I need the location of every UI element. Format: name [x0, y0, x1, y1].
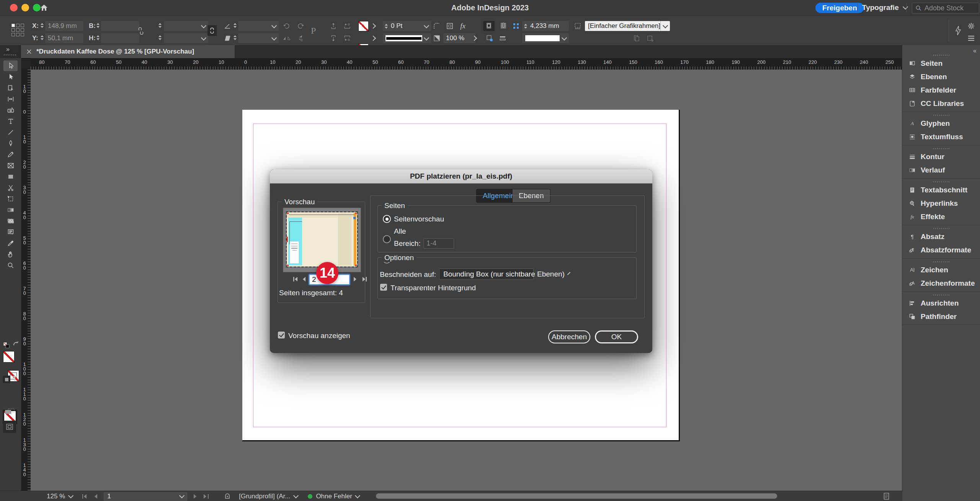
page-fit-icon[interactable]	[884, 493, 889, 500]
panel-item-absatz[interactable]: ¶Absatz	[902, 230, 980, 243]
panel-item-pathfinder[interactable]: Pathfinder	[902, 310, 980, 323]
drop-shadow-icon[interactable]	[485, 33, 495, 43]
stroke-flyout-chevron-icon[interactable]	[371, 33, 376, 43]
scale-x-stepper[interactable]	[158, 21, 162, 29]
object-effects-icon[interactable]	[498, 33, 508, 43]
gradient-feather-tool[interactable]	[3, 216, 18, 226]
panel-group-drag-handle[interactable]	[902, 293, 980, 296]
default-fill-stroke-icon[interactable]	[3, 342, 10, 349]
panel-item-ebenen[interactable]: Ebenen	[902, 70, 980, 83]
corner-options-icon[interactable]	[432, 21, 442, 31]
stock-search-input[interactable]: Adobe Stock	[912, 3, 979, 13]
flip-horizontal-icon[interactable]	[282, 33, 292, 43]
relink-up-icon[interactable]	[328, 21, 338, 31]
frame-tool[interactable]	[3, 160, 18, 171]
export-capture-icon[interactable]	[645, 33, 655, 43]
tools-drag-handle[interactable]	[4, 54, 17, 55]
y-stepper[interactable]	[40, 33, 44, 42]
panel-item-seiten[interactable]: Seiten	[902, 57, 980, 70]
gap-tool[interactable]	[3, 94, 18, 104]
effects-fx-icon[interactable]: fx	[458, 21, 468, 31]
panel-group-drag-handle[interactable]	[902, 147, 980, 150]
panel-group-drag-handle[interactable]	[902, 260, 980, 263]
horizontal-ruler[interactable]: 8070605040302010010203040506070809010011…	[31, 58, 902, 70]
eyedropper-tool[interactable]	[3, 238, 18, 249]
width-field[interactable]	[101, 21, 139, 31]
share-button[interactable]: Freigeben	[815, 3, 864, 13]
opacity-field[interactable]: 100 %	[443, 33, 475, 43]
stroke-weight-dropdown[interactable]: 0 Pt	[383, 21, 431, 31]
reference-point-proxy[interactable]	[11, 24, 24, 36]
document-tab[interactable]: *Druckdaten Kaffee Dose @ 125 % [GPU-Vor…	[21, 45, 235, 58]
ok-button[interactable]: OK	[595, 330, 638, 343]
panel-group-drag-handle[interactable]	[902, 227, 980, 230]
first-page-button[interactable]	[292, 277, 299, 282]
cancel-button[interactable]: Abbrechen	[548, 330, 590, 343]
text-wrap-bounding-icon[interactable]	[498, 21, 509, 31]
scale-x-dropdown[interactable]	[164, 21, 208, 31]
panel-item-ausrichten[interactable]: Ausrichten	[902, 296, 980, 310]
gear-icon[interactable]	[966, 21, 976, 31]
panel-item-textumfluss[interactable]: Textumfluss	[902, 130, 980, 143]
workspace-switcher[interactable]: Typografie	[862, 3, 907, 12]
formatting-affects-text-icon[interactable]: T	[13, 375, 17, 383]
opacity-flyout-chevron-icon[interactable]	[472, 33, 477, 43]
collapse-tools-icon[interactable]: »	[6, 46, 10, 53]
scale-y-stepper[interactable]	[158, 33, 162, 42]
dialog-title[interactable]: PDF platzieren (pr_la_eis.pdf)	[270, 169, 652, 184]
panel-item-absatzformate[interactable]: ¶Absatzformate	[902, 243, 980, 257]
ruler-origin-corner[interactable]	[21, 58, 31, 70]
width-stepper[interactable]	[96, 21, 100, 29]
pen-tool[interactable]	[3, 138, 18, 149]
shear-stepper[interactable]	[233, 33, 237, 42]
collapse-dock-icon[interactable]: «	[973, 47, 977, 54]
fill-flyout-chevron-icon[interactable]	[371, 21, 376, 31]
panel-group-drag-handle[interactable]	[902, 114, 980, 117]
corner-shape-dropdown[interactable]	[522, 33, 569, 43]
panel-group-drag-handle[interactable]	[902, 180, 980, 183]
note-tool[interactable]	[3, 227, 18, 237]
rotation-stepper[interactable]	[233, 21, 237, 29]
panel-item-kontur[interactable]: Kontur	[902, 150, 980, 163]
gpu-performance-icon[interactable]	[955, 26, 962, 36]
height-stepper[interactable]	[96, 33, 100, 42]
rotation-dropdown[interactable]	[238, 21, 279, 31]
panel-item-glyphen[interactable]: AGlyphen	[902, 117, 980, 130]
panel-item-zeichenformate[interactable]: AZeichenformate	[902, 277, 980, 290]
next-spread-button[interactable]	[193, 494, 197, 499]
selection-tool[interactable]	[3, 60, 18, 71]
panel-item-verlauf[interactable]: Verlauf	[902, 163, 980, 177]
direct-selection-tool[interactable]	[3, 72, 18, 82]
canvas-pasteboard[interactable]: PDF platzieren (pr_la_eis.pdf) Allgemein…	[31, 70, 902, 491]
y-field[interactable]: 50,1 mm	[45, 33, 83, 43]
page-number-dropdown[interactable]: 1	[104, 492, 187, 501]
panel-item-hyperlinks[interactable]: Hyperlinks	[902, 197, 980, 210]
relink-across-icon[interactable]	[342, 21, 352, 31]
preflight-profile-dropdown[interactable]: [Grundprofil] (Ar...	[239, 493, 298, 500]
screen-mode-button[interactable]	[3, 421, 16, 433]
hand-tool[interactable]	[3, 249, 18, 260]
rotate-cw-icon[interactable]	[296, 21, 305, 31]
fill-swatch[interactable]	[3, 351, 15, 363]
line-tool[interactable]	[3, 127, 18, 138]
previous-spread-button[interactable]	[94, 494, 98, 499]
view-options-icon[interactable]	[5, 408, 15, 415]
show-preview-checkbox[interactable]	[278, 332, 285, 338]
panel-item-textabschnitt[interactable]: Textabschnitt	[902, 183, 980, 197]
select-container-icon[interactable]: P	[311, 26, 316, 36]
crop-dropdown[interactable]: Bounding Box (nur sichtbare Ebenen)	[439, 268, 534, 280]
object-style-dropdown[interactable]: [Einfacher Grafikrahmen]+	[585, 21, 670, 31]
preflight-status[interactable]: Ohne Fehler	[308, 493, 359, 500]
panel-menu-icon[interactable]	[966, 33, 976, 43]
gradient-swatch-tool[interactable]	[3, 205, 18, 215]
type-tool[interactable]	[3, 116, 18, 127]
first-spread-button[interactable]	[82, 494, 88, 499]
constrain-dimensions-icon[interactable]	[137, 26, 145, 36]
last-page-button[interactable]	[361, 277, 368, 282]
previous-page-button[interactable]	[302, 277, 306, 282]
horizontal-scrollbar[interactable]	[376, 493, 777, 499]
tools-panel-header[interactable]: »	[0, 45, 21, 58]
scissors-tool[interactable]	[3, 182, 18, 193]
preflight-icon[interactable]	[224, 493, 230, 500]
next-page-button[interactable]	[353, 277, 358, 282]
